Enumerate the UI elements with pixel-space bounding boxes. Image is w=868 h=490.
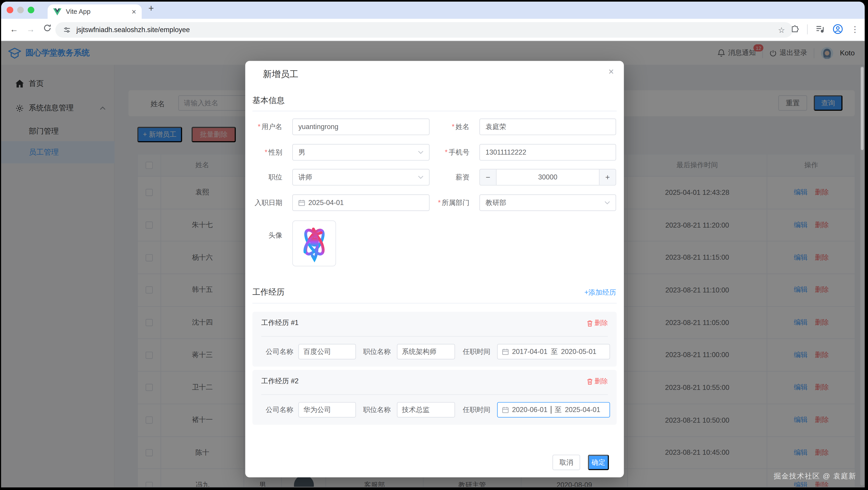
- confirm-button[interactable]: 确定: [588, 455, 609, 470]
- job-title-label: 职位名称: [363, 344, 391, 360]
- watermark: 掘金技术社区 @ 袁庭新: [774, 471, 856, 481]
- period-range-picker-focused[interactable]: 2020-06-01 至 2025-04-01: [497, 402, 610, 418]
- refresh-icon[interactable]: [43, 24, 52, 34]
- increase-button[interactable]: +: [599, 170, 616, 185]
- phone-field[interactable]: [479, 144, 616, 161]
- hire-date-label: 入职日期: [245, 194, 282, 211]
- username-label: *用户名: [245, 118, 282, 135]
- company-label: 公司名称: [266, 402, 293, 418]
- screen: Vite App × + ← → jsjtswfnia: [0, 0, 868, 490]
- extensions-puzzle-icon[interactable]: [790, 25, 799, 33]
- company-field[interactable]: [299, 344, 356, 360]
- salary-label: 薪资: [411, 169, 469, 186]
- name-input[interactable]: [486, 123, 610, 131]
- card-divider: [261, 394, 608, 395]
- tab-title: Vite App: [66, 8, 127, 16]
- company-field[interactable]: [299, 402, 356, 418]
- salary-stepper: − 30000 +: [479, 169, 616, 186]
- toolbar-divider: [807, 24, 807, 34]
- phone-label: *手机号: [411, 144, 469, 161]
- card-divider: [261, 336, 608, 337]
- username-input[interactable]: [299, 123, 424, 131]
- scrollbar-thumb[interactable]: [861, 67, 864, 150]
- new-tab-button[interactable]: +: [149, 3, 154, 14]
- name-field[interactable]: [479, 118, 616, 135]
- period-label: 任职时间: [463, 402, 491, 418]
- delete-experience-button[interactable]: 删除: [587, 376, 608, 386]
- forward-icon[interactable]: →: [27, 24, 35, 34]
- range-separator: 至: [551, 347, 558, 357]
- traffic-light-close[interactable]: [6, 6, 13, 13]
- chevron-down-icon: [604, 201, 610, 204]
- gender-select[interactable]: 男: [292, 144, 430, 161]
- company-input[interactable]: [303, 348, 351, 356]
- job-title-input[interactable]: [402, 348, 450, 356]
- company-input[interactable]: [303, 406, 351, 414]
- text-cursor: [551, 406, 551, 414]
- period-range-picker[interactable]: 2017-04-01 至 2020-05-01: [497, 344, 610, 360]
- decrease-button[interactable]: −: [480, 170, 497, 185]
- username-field[interactable]: [292, 118, 430, 135]
- name-label: *姓名: [411, 118, 469, 135]
- section-divider: [252, 303, 617, 303]
- salary-value[interactable]: 30000: [500, 173, 596, 181]
- job-title-input[interactable]: [402, 406, 450, 414]
- section-basic-info: 基本信息: [252, 95, 284, 106]
- atom-logo-icon: [297, 225, 332, 263]
- required-mark: *: [265, 149, 268, 156]
- calendar-icon: [502, 406, 508, 413]
- period-label: 任职时间: [463, 344, 491, 360]
- job-title-field[interactable]: [397, 344, 455, 360]
- experience-card-2: 工作经历 #2 删除 公司名称 职位名称 任职时间: [252, 370, 617, 425]
- range-separator: 至: [555, 405, 562, 415]
- required-mark: *: [258, 123, 260, 131]
- phone-input[interactable]: [486, 149, 610, 156]
- trash-icon: [587, 378, 593, 385]
- calendar-icon: [299, 200, 305, 206]
- experience-title: 工作经历 #2: [261, 376, 299, 386]
- traffic-light-zoom[interactable]: [28, 6, 34, 13]
- profile-icon[interactable]: [833, 24, 843, 34]
- section-experience: 工作经历: [252, 287, 284, 298]
- range-end[interactable]: 2025-04-01: [565, 406, 600, 414]
- avatar-upload[interactable]: [292, 220, 336, 266]
- site-settings-tune-icon[interactable]: [63, 26, 71, 34]
- browser-tab[interactable]: Vite App ×: [48, 4, 142, 19]
- cancel-button[interactable]: 取消: [552, 455, 580, 470]
- back-icon[interactable]: ←: [10, 24, 18, 34]
- tab-close-icon[interactable]: ×: [132, 7, 136, 16]
- hire-date-picker[interactable]: 2025-04-01: [292, 194, 430, 211]
- avatar-label: 头像: [245, 227, 282, 244]
- reading-list-icon[interactable]: [815, 25, 825, 33]
- job-title-field[interactable]: [397, 402, 455, 418]
- vue-logo-icon: [53, 8, 61, 16]
- range-start[interactable]: 2017-04-01: [512, 348, 548, 356]
- department-label: *所属部门: [411, 194, 469, 211]
- modal-title: 新增员工: [263, 69, 299, 80]
- trash-icon: [587, 320, 593, 326]
- gender-label: *性别: [245, 144, 282, 161]
- position-label: 职位: [245, 169, 282, 186]
- traffic-light-minimize[interactable]: [17, 6, 24, 13]
- experience-card-1: 工作经历 #1 删除 公司名称 职位名称 任职时间: [252, 312, 617, 367]
- more-vert-icon[interactable]: ⋮: [851, 24, 859, 34]
- experience-title: 工作经历 #1: [261, 318, 299, 328]
- add-experience-link[interactable]: +添加经历: [585, 288, 616, 298]
- url-text[interactable]: jsjtswfniadh.sealoshzh.site/employee: [76, 26, 772, 34]
- company-label: 公司名称: [266, 344, 293, 360]
- range-start[interactable]: 2020-06-01: [512, 406, 548, 414]
- add-employee-modal: 新增员工 × 基本信息 *用户名 *姓名 *性别 男: [245, 61, 624, 478]
- modal-close-icon[interactable]: ×: [609, 66, 614, 78]
- url-bar[interactable]: jsjtswfniadh.sealoshzh.site/employee ☆: [55, 22, 793, 38]
- page-scrollbar[interactable]: [860, 66, 864, 486]
- range-end[interactable]: 2020-05-01: [561, 348, 596, 356]
- delete-experience-button[interactable]: 删除: [587, 318, 608, 328]
- required-mark: *: [452, 123, 455, 131]
- required-mark: *: [445, 149, 447, 156]
- browser-tabstrip: Vite App × +: [1, 2, 865, 19]
- position-select[interactable]: 讲师: [292, 169, 430, 186]
- bookmark-star-icon[interactable]: ☆: [778, 26, 785, 34]
- department-select[interactable]: 教研部: [479, 194, 616, 211]
- section-divider: [252, 111, 617, 111]
- calendar-icon: [502, 348, 508, 355]
